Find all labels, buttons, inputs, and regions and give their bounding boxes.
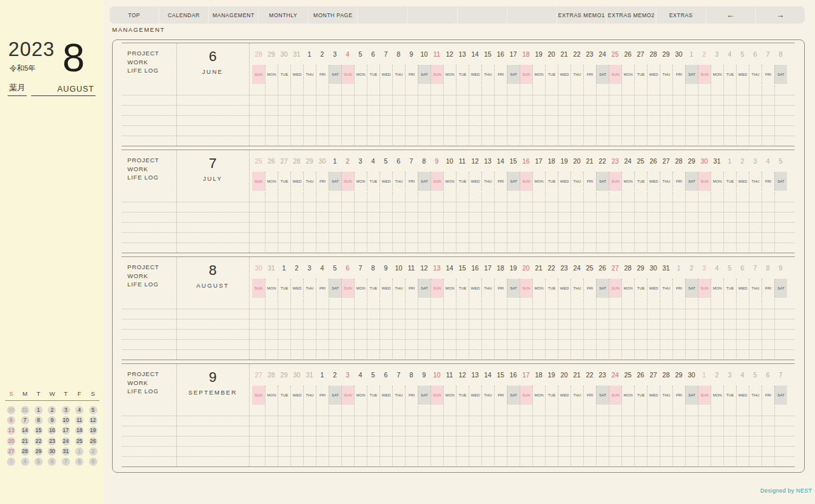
row-label: LIFE LOG <box>127 66 159 75</box>
date-column: 4MON <box>711 257 723 298</box>
mini-calendar-cell: 29 <box>32 444 45 454</box>
mini-day[interactable]: 5 <box>34 458 43 466</box>
weekday-cell: SUN <box>520 172 532 191</box>
grid-line-cell <box>367 406 379 466</box>
mini-calendar-cell: 30 <box>4 403 18 413</box>
weekday-cell: MON <box>711 386 723 405</box>
date-column: 14WED <box>469 43 481 84</box>
mini-calendar-cell: 20 <box>4 434 18 444</box>
weekday-cell: SUN <box>520 386 532 405</box>
weekday-cell: FRI <box>583 279 596 298</box>
month-header: 6JUNE <box>176 43 249 84</box>
date-column: 25TUE <box>634 150 647 191</box>
weekday-cell: SAT <box>596 279 609 298</box>
date-column: 19SAT <box>507 257 520 298</box>
mini-calendar-row: 3456789 <box>4 454 100 465</box>
weekday-cell: TUE <box>723 279 736 298</box>
date-number: 1 <box>278 257 290 277</box>
date-number: 6 <box>341 257 354 277</box>
grid-line-cell <box>621 406 634 466</box>
weekday-cell: MON <box>711 279 723 298</box>
date-number: 22 <box>596 150 609 171</box>
mini-calendar-cell: 1 <box>32 403 45 413</box>
date-number: 5 <box>723 257 736 277</box>
grid-line-cell <box>520 299 532 360</box>
date-column: 2MON <box>711 364 723 405</box>
nav-next[interactable]: → <box>756 6 805 24</box>
month-kanji-label: 葉月 <box>8 82 27 96</box>
mini-day[interactable]: 3 <box>7 458 15 466</box>
weekday-cell: MON <box>621 279 634 298</box>
tab-extras[interactable]: EXTRAS <box>656 6 706 24</box>
weekday-cell: MON <box>265 386 278 405</box>
mini-day[interactable]: 6 <box>48 458 56 466</box>
date-column: 12WED <box>469 150 481 191</box>
weekday-cell: TUE <box>278 279 290 298</box>
grid-line-cell <box>545 299 558 360</box>
grid-line-cell <box>290 192 303 253</box>
date-column: 13THU <box>481 150 494 191</box>
weekday-cell: THU <box>481 279 494 298</box>
grid-line-cell <box>265 85 278 146</box>
tab-top[interactable]: TOP <box>110 6 159 24</box>
grid-line-cell <box>520 85 532 146</box>
month-block-july: PROJECTWORKLIFE LOG7JULY25SUN26MON27TUE2… <box>122 150 795 253</box>
weekday-cell: FRI <box>494 172 507 191</box>
date-column: 10SAT <box>418 43 430 84</box>
date-number: 25 <box>609 43 621 64</box>
weekday-cell: THU <box>570 386 583 405</box>
weekday-cell: TUE <box>278 172 290 191</box>
date-column: 6SUN <box>341 257 354 298</box>
mini-calendar-cell: 24 <box>59 434 73 444</box>
date-number: 7 <box>392 364 405 384</box>
date-column: 16WED <box>469 257 481 298</box>
grid-line-cell <box>660 299 672 360</box>
mini-calendar-cell: 2 <box>86 444 99 454</box>
date-column: 3MON <box>711 43 723 84</box>
date-number: 24 <box>609 364 621 384</box>
grid-line-cell <box>469 85 481 146</box>
date-number: 31 <box>290 43 303 64</box>
date-number: 4 <box>736 364 749 384</box>
date-column: 2WED <box>736 150 749 191</box>
tab-management[interactable]: MANAGEMENT <box>209 6 259 24</box>
date-number: 9 <box>379 257 392 277</box>
grid-line-cell <box>494 85 507 146</box>
tab-extras-memo1[interactable]: EXTRAS MEMO1 <box>557 6 607 24</box>
date-number: 3 <box>711 43 723 64</box>
date-number: 18 <box>520 43 532 64</box>
grid-line-cell <box>265 192 278 253</box>
date-column: 7SAT <box>774 364 787 405</box>
date-number: 16 <box>469 257 481 277</box>
date-column: 24SAT <box>596 43 609 84</box>
date-column: 26WED <box>647 150 660 191</box>
mini-day[interactable]: 9 <box>89 458 97 466</box>
weekday-cell: MON <box>532 386 545 405</box>
tab-month-page[interactable]: MONTH PAGE <box>308 6 358 24</box>
grid-line-cell <box>711 299 723 360</box>
date-number: 12 <box>418 257 430 277</box>
nav-prev[interactable]: ← <box>706 6 756 24</box>
tab-extras-memo2[interactable]: EXTRAS MEMO2 <box>607 6 656 24</box>
date-column: 23FRI <box>583 43 596 84</box>
tab-calendar[interactable]: CALENDAR <box>159 6 209 24</box>
date-column: 23SAT <box>596 364 609 405</box>
mini-day[interactable]: 8 <box>75 458 83 466</box>
date-number: 3 <box>329 43 341 64</box>
date-number: 8 <box>762 257 774 277</box>
weekday-cell: THU <box>303 172 316 191</box>
mini-calendar-cell: 2 <box>45 403 59 413</box>
mini-day[interactable]: 7 <box>62 458 70 466</box>
weekday-cell: SUN <box>341 172 354 191</box>
mini-day[interactable]: 4 <box>21 458 29 466</box>
weekday-cell: MON <box>354 65 367 84</box>
grid-line-cell <box>418 299 430 360</box>
date-number: 9 <box>405 43 418 64</box>
date-column: 9WED <box>379 257 392 298</box>
era-label: 令和5年 <box>10 64 36 73</box>
grid-line-cell <box>354 192 367 253</box>
grid-line-cell <box>469 192 481 253</box>
month-number: 9 <box>176 369 249 386</box>
tab-monthly[interactable]: MONTHLY <box>259 6 308 24</box>
date-column: 13WED <box>469 364 481 405</box>
